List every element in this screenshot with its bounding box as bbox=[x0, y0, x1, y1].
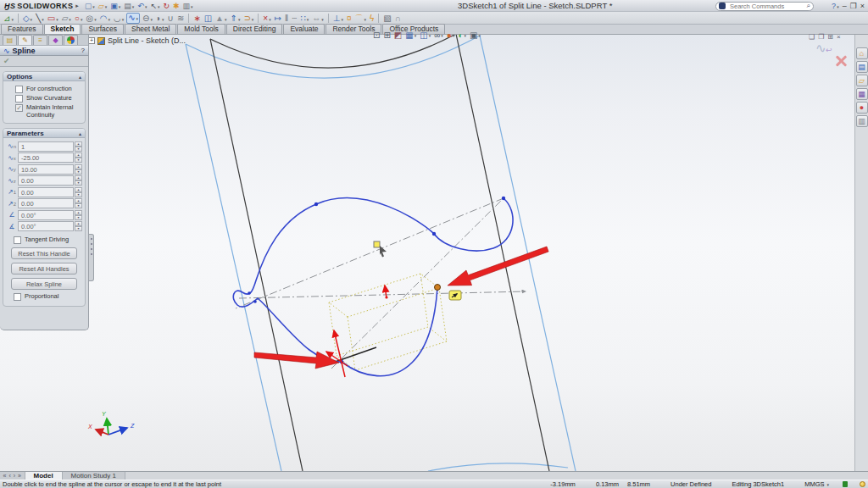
zoom-to-fit-icon[interactable]: ⊡ bbox=[372, 30, 381, 40]
rebuild-icon[interactable]: ↻ bbox=[162, 1, 170, 11]
x-coordinate-spinner[interactable]: ▴▾ bbox=[75, 152, 82, 163]
ok-button[interactable]: ✔ bbox=[3, 57, 10, 65]
line-icon[interactable]: ╲▾ bbox=[35, 13, 45, 24]
tangent-driving-checkbox[interactable] bbox=[14, 236, 21, 244]
zoom-to-area-icon[interactable]: ⊞ bbox=[382, 30, 391, 40]
tangent-weighting-2-field[interactable]: 0.00 bbox=[18, 198, 74, 208]
cancel-sketch-icon[interactable] bbox=[834, 54, 848, 68]
restore-icon[interactable]: ❐ bbox=[849, 1, 858, 11]
extend-entities-icon[interactable]: ↦ bbox=[274, 13, 282, 24]
tangent-radial-direction-spinner[interactable]: ▴▾ bbox=[75, 210, 82, 220]
new-document-icon[interactable]: ▢▾ bbox=[84, 1, 96, 11]
accept-sketch-icon[interactable]: ∿ bbox=[815, 41, 826, 56]
z-coordinate-spinner[interactable]: ▴▾ bbox=[75, 175, 82, 186]
z-coordinate-field[interactable]: 0.00 bbox=[18, 175, 74, 186]
circle-icon[interactable]: ○▾ bbox=[74, 13, 84, 24]
tangent-radial-direction-field[interactable]: 0.00° bbox=[18, 210, 74, 220]
units-dropdown-icon[interactable]: ▾ bbox=[826, 482, 829, 487]
tab-sheet-metal[interactable]: Sheet Metal bbox=[125, 24, 176, 34]
ellipse-icon[interactable]: ⊖▾ bbox=[142, 13, 153, 24]
options-icon[interactable]: ✱ bbox=[172, 1, 181, 11]
tangent-arc-icon[interactable]: ◡▾ bbox=[113, 13, 125, 24]
offset-entities-icon[interactable]: ⊃▾ bbox=[242, 13, 254, 24]
smart-dimension-icon[interactable]: ◇▾ bbox=[22, 13, 33, 24]
tags-icon[interactable] bbox=[843, 481, 848, 487]
intersection-curve-icon[interactable]: ∩ bbox=[394, 13, 402, 24]
first-sheet-icon[interactable]: « bbox=[3, 473, 7, 479]
maintain-internal-continuity-checkbox[interactable]: ✓ bbox=[15, 104, 23, 112]
minimize-icon[interactable]: – bbox=[842, 1, 848, 11]
previous-sheet-icon[interactable]: ‹ bbox=[8, 473, 10, 479]
quick-tips-icon[interactable] bbox=[860, 481, 865, 487]
tangent-weighting-1-field[interactable]: 0.00 bbox=[18, 187, 74, 197]
sketch-picture-icon[interactable]: ▧ bbox=[382, 13, 392, 24]
equation-driven-curve-icon[interactable]: ≋ bbox=[176, 13, 185, 24]
hide-show-items-icon[interactable]: ∞▾ bbox=[433, 30, 444, 40]
collapse-icon[interactable]: ▴ bbox=[79, 74, 81, 80]
tangent-polar-direction-field[interactable]: 0.00° bbox=[18, 221, 74, 231]
dimxpert-manager-tab-icon[interactable]: ◆ bbox=[48, 35, 63, 45]
file-properties-icon[interactable]: ▥▾ bbox=[182, 1, 194, 11]
display-manager-tab-icon[interactable] bbox=[64, 35, 78, 45]
view-palette-icon[interactable]: ▦ bbox=[856, 88, 868, 100]
parallelogram-icon[interactable]: ▱▾ bbox=[61, 13, 72, 24]
convert-entities-icon[interactable]: ⇑▾ bbox=[230, 13, 242, 24]
open-document-icon[interactable]: ▱▾ bbox=[97, 1, 108, 11]
reset-all-handles-button[interactable]: Reset All Handles bbox=[11, 263, 77, 274]
tab-direct-editing[interactable]: Direct Editing bbox=[226, 24, 283, 34]
display-style-icon[interactable]: ◫▾ bbox=[419, 30, 431, 40]
section-view-icon[interactable]: ◩ bbox=[393, 30, 403, 40]
for-construction-checkbox[interactable] bbox=[15, 86, 23, 93]
tab-evaluate[interactable]: Evaluate bbox=[283, 24, 325, 34]
parameters-group-header[interactable]: Parameters ▴ bbox=[3, 129, 85, 138]
plane-icon[interactable]: ◫ bbox=[203, 13, 213, 24]
feature-tree-flyout[interactable]: + Split Line - Sketch (D... bbox=[88, 36, 186, 45]
sketch-icon[interactable]: ⊿▾ bbox=[3, 13, 14, 24]
graphics-area[interactable] bbox=[0, 35, 868, 471]
tree-expand-icon[interactable]: + bbox=[88, 37, 95, 44]
point-icon[interactable]: ∗ bbox=[192, 13, 201, 24]
undo-icon[interactable]: ↶▾ bbox=[136, 1, 147, 11]
search-icon[interactable]: ⌕ bbox=[807, 2, 810, 10]
edit-appearance-icon[interactable]: ●▾ bbox=[446, 30, 456, 40]
centerpoint-arc-icon[interactable]: ◠▾ bbox=[99, 13, 111, 24]
last-sheet-icon[interactable]: » bbox=[18, 473, 21, 479]
show-curvature-checkbox[interactable] bbox=[15, 95, 23, 103]
appearances-scenes-icon[interactable]: ● bbox=[856, 102, 868, 114]
relax-spline-button[interactable]: Relax Spline bbox=[11, 278, 77, 290]
collapse-icon[interactable]: ▴ bbox=[79, 130, 81, 136]
perimeter-circle-icon[interactable]: ◎▾ bbox=[85, 13, 97, 24]
save-icon[interactable]: ▣▾ bbox=[109, 1, 121, 11]
search-input[interactable] bbox=[728, 2, 807, 11]
configuration-manager-tab-icon[interactable]: ≡ bbox=[33, 35, 47, 45]
trim-entities-icon[interactable]: ×▾ bbox=[262, 13, 271, 24]
feature-manager-tab-icon[interactable]: ▤ bbox=[3, 35, 17, 45]
custom-properties-icon[interactable]: ▥ bbox=[856, 115, 868, 127]
panel-splitter-grip[interactable] bbox=[89, 234, 94, 281]
reset-this-handle-button[interactable]: Reset This Handle bbox=[11, 247, 77, 259]
partial-ellipse-icon[interactable]: ◗▾ bbox=[155, 13, 165, 24]
tangent-weighting-1-spinner[interactable]: ▴▾ bbox=[75, 187, 82, 197]
help-icon[interactable]: ?▾ bbox=[831, 1, 840, 11]
corner-rectangle-icon[interactable]: ▭▾ bbox=[47, 13, 59, 24]
tab-surfaces[interactable]: Surfaces bbox=[81, 24, 124, 34]
tangent-weighting-2-spinner[interactable]: ▴▾ bbox=[75, 198, 82, 208]
solidworks-resources-icon[interactable]: ⌂ bbox=[856, 47, 868, 59]
linear-sketch-pattern-icon[interactable]: ∷▾ bbox=[299, 13, 309, 24]
mirror-entities-icon[interactable]: ▲▾ bbox=[214, 13, 227, 24]
close-icon[interactable]: × bbox=[860, 1, 865, 11]
help-icon[interactable]: ? bbox=[81, 47, 85, 54]
select-icon[interactable]: ↖▾ bbox=[149, 1, 160, 11]
design-library-icon[interactable]: ▤ bbox=[856, 61, 868, 73]
print-icon[interactable]: ▤▾ bbox=[123, 1, 135, 11]
spline-point-number-field[interactable]: 1 bbox=[18, 141, 74, 152]
spline-point-number-spinner[interactable]: ▴▾ bbox=[75, 141, 82, 152]
quick-snaps-icon[interactable]: ⌒▾ bbox=[353, 13, 367, 24]
sheet-tab-motion-study-1[interactable]: Motion Study 1 bbox=[63, 472, 125, 480]
y-coordinate-spinner[interactable]: ▴▾ bbox=[75, 164, 82, 175]
property-manager-tab-icon[interactable]: ✎ bbox=[18, 35, 32, 45]
display-delete-relations-icon[interactable]: ⊥▾ bbox=[332, 13, 344, 24]
units-selector[interactable]: MMGS bbox=[804, 480, 824, 488]
sheet-tab-model[interactable]: Model bbox=[25, 472, 63, 480]
split-entities-icon[interactable]: ‖ bbox=[284, 13, 289, 24]
